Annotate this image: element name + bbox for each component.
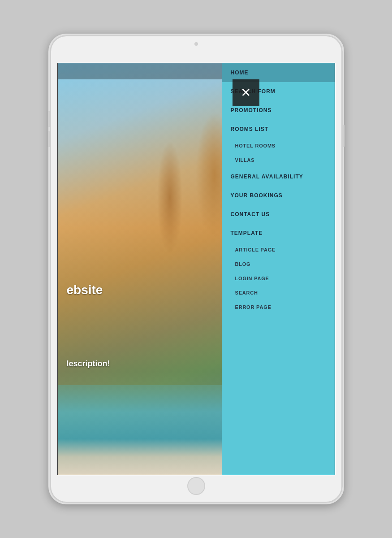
tablet-frame: Login/Signup 🇬🇧 ✕ ebsite lescription! HO… bbox=[48, 34, 344, 504]
partial-website-text: ebsite bbox=[67, 283, 103, 297]
nav-item-hotel-rooms[interactable]: HOTEL ROOMS bbox=[222, 139, 335, 153]
nav-item-blog[interactable]: BLOG bbox=[222, 257, 335, 271]
screen: Login/Signup 🇬🇧 ✕ ebsite lescription! HO… bbox=[57, 63, 335, 475]
side-button-left-bottom bbox=[48, 131, 50, 147]
side-button-right bbox=[343, 125, 345, 147]
nav-item-contact-us[interactable]: CONTACT US bbox=[222, 205, 335, 224]
sidebar-navigation: HOME SEARCH FORM PROMOTIONS ROOMS LIST H… bbox=[222, 63, 335, 475]
partial-description-text: lescription! bbox=[67, 359, 110, 369]
nav-item-search[interactable]: SEARCH bbox=[222, 286, 335, 300]
side-button-left-top bbox=[48, 111, 50, 127]
nav-item-general-availability[interactable]: GENERAL AVAILABILITY bbox=[222, 167, 335, 186]
nav-item-villas[interactable]: VILLAS bbox=[222, 153, 335, 167]
tablet-camera bbox=[194, 42, 198, 46]
nav-item-rooms-list[interactable]: ROOMS LIST bbox=[222, 120, 335, 139]
nav-item-login-page[interactable]: LOGIN PAGE bbox=[222, 271, 335, 286]
nav-item-error-page[interactable]: ERROR PAGE bbox=[222, 300, 335, 314]
close-x-icon: ✕ bbox=[241, 87, 251, 99]
close-menu-button[interactable]: ✕ bbox=[233, 79, 259, 106]
nav-item-template[interactable]: TEMPLATE bbox=[222, 224, 335, 243]
nav-item-article-page[interactable]: ARTICLE PAGE bbox=[222, 243, 335, 257]
tablet-home-button[interactable] bbox=[187, 477, 205, 495]
nav-item-your-bookings[interactable]: YOUR BOOKINGS bbox=[222, 186, 335, 205]
